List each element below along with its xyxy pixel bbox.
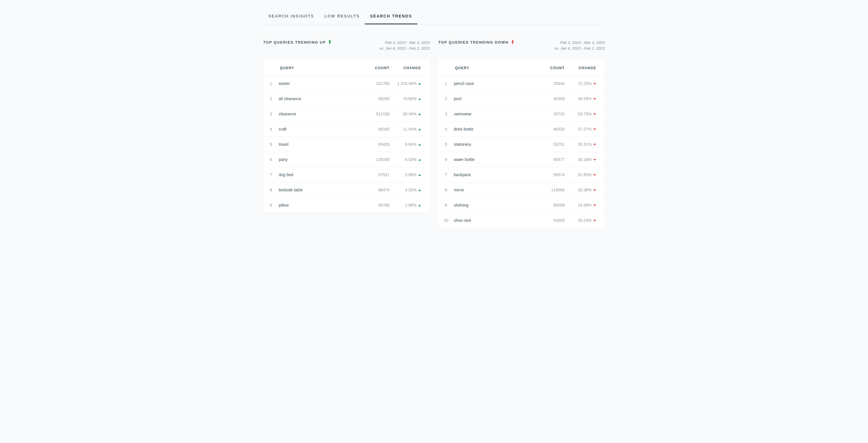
tab-low-results[interactable]: LOW RESULTS xyxy=(319,14,365,24)
table-row[interactable]: 2pool3530358.59% xyxy=(438,91,605,106)
row-change: 30.34% xyxy=(390,106,430,121)
tab-search-trends[interactable]: SEARCH TRENDS xyxy=(365,14,417,24)
row-query: party xyxy=(279,152,361,167)
row-change: 53.73% xyxy=(565,106,605,121)
row-query: backpack xyxy=(454,167,536,182)
row-index: 9 xyxy=(263,197,279,213)
row-query: shoe rack xyxy=(454,213,536,228)
table-row[interactable]: 3clearance51215630.34% xyxy=(263,106,430,121)
row-change: 11.40% xyxy=(390,121,430,136)
trending-down-card: QUERY COUNT CHANGE 1pencil case2934472.2… xyxy=(438,59,605,228)
row-count: 222785 xyxy=(361,76,390,91)
row-query: clearance xyxy=(279,106,361,121)
row-count: 65008 xyxy=(536,197,565,213)
caret-down-icon xyxy=(593,144,596,146)
table-row[interactable]: 4drink bottle4632037.27% xyxy=(438,121,605,136)
table-row[interactable]: 9shelving6500824.39% xyxy=(438,197,605,213)
table-row[interactable]: 6party1281906.50% xyxy=(263,152,430,167)
table-row[interactable]: 2all clearance5626370.80% xyxy=(263,91,430,106)
row-change: 1,216.46% xyxy=(390,76,430,91)
row-change: 24.39% xyxy=(565,197,605,213)
col-change: CHANGE xyxy=(390,59,430,76)
trending-down-panel: TOP QUERIES TRENDING DOWN Feb 3, 2023 - … xyxy=(438,40,605,228)
caret-up-icon xyxy=(418,159,421,161)
row-change: 70.80% xyxy=(390,91,430,106)
table-row[interactable]: 1pencil case2934472.25% xyxy=(438,76,605,91)
table-row[interactable]: 1easter2227851,216.46% xyxy=(263,76,430,91)
table-row[interactable]: 8mirror11858926.38% xyxy=(438,182,605,197)
trending-up-panel: TOP QUERIES TRENDING UP Feb 3, 2023 - Ma… xyxy=(263,40,430,228)
caret-down-icon xyxy=(593,113,596,115)
row-count: 128190 xyxy=(361,152,390,167)
date-range-line2: vs. Jan 4, 2023 - Feb 2, 2023 xyxy=(379,45,430,51)
row-count: 53751 xyxy=(536,136,565,152)
table-row[interactable]: 8bedside table884744.30% xyxy=(263,182,430,197)
trending-up-title-text: TOP QUERIES TRENDING UP xyxy=(263,40,326,44)
row-change: 72.25% xyxy=(565,76,605,91)
caret-up-icon xyxy=(418,83,421,85)
row-count: 46320 xyxy=(536,121,565,136)
row-change: 9.64% xyxy=(390,136,430,152)
row-change: 26.38% xyxy=(565,182,605,197)
tab-search-insights[interactable]: SEARCH INSIGHTS xyxy=(263,14,319,24)
row-change: 4.30% xyxy=(390,182,430,197)
row-query: easter xyxy=(279,76,361,91)
row-index: 8 xyxy=(263,182,279,197)
caret-down-icon xyxy=(593,220,596,222)
date-range-line1: Feb 3, 2023 - Mar 4, 2023 xyxy=(554,40,605,45)
caret-up-icon xyxy=(418,129,421,130)
row-index: 1 xyxy=(438,76,454,91)
row-count: 35303 xyxy=(536,91,565,106)
row-count: 118589 xyxy=(536,182,565,197)
table-row[interactable]: 3swimwear2673253.73% xyxy=(438,106,605,121)
row-count: 56766 xyxy=(361,197,390,213)
row-change: 35.18% xyxy=(565,152,605,167)
row-index: 7 xyxy=(263,167,279,182)
row-index: 3 xyxy=(438,106,454,121)
caret-down-icon xyxy=(593,189,596,191)
caret-up-icon xyxy=(418,144,421,146)
row-index: 6 xyxy=(263,152,279,167)
table-row[interactable]: 6water bottle4567735.18% xyxy=(438,152,605,167)
row-query: pool xyxy=(454,91,536,106)
row-change: 31.65% xyxy=(565,167,605,182)
row-query: drink bottle xyxy=(454,121,536,136)
row-index: 1 xyxy=(263,76,279,91)
row-index: 8 xyxy=(438,182,454,197)
row-index: 5 xyxy=(438,136,454,152)
table-row[interactable]: 7backpack5837431.65% xyxy=(438,167,605,182)
row-index: 2 xyxy=(438,91,454,106)
row-count: 56263 xyxy=(361,91,390,106)
trending-down-title-text: TOP QUERIES TRENDING DOWN xyxy=(438,40,508,44)
caret-down-icon xyxy=(593,174,596,176)
table-row[interactable]: 7dog bed575215.08% xyxy=(263,167,430,182)
row-count: 512156 xyxy=(361,106,390,121)
caret-up-icon xyxy=(418,189,421,191)
table-row[interactable]: 5stationery5375135.31% xyxy=(438,136,605,152)
row-query: mirror xyxy=(454,182,536,197)
trending-down-title: TOP QUERIES TRENDING DOWN xyxy=(438,40,515,45)
caret-up-icon xyxy=(418,98,421,100)
table-row[interactable]: 4craft6816211.40% xyxy=(263,121,430,136)
col-count: COUNT xyxy=(536,59,565,76)
row-index: 9 xyxy=(438,197,454,213)
row-count: 88474 xyxy=(361,182,390,197)
row-change: 37.27% xyxy=(565,121,605,136)
row-change: 58.59% xyxy=(565,91,605,106)
table-row[interactable]: 5travel634269.64% xyxy=(263,136,430,152)
arrow-down-icon xyxy=(511,40,515,45)
trending-up-card: QUERY COUNT CHANGE 1easter2227851,216.46… xyxy=(263,59,430,213)
row-change: 1.96% xyxy=(390,197,430,213)
row-change: 5.08% xyxy=(390,167,430,182)
tabs: SEARCH INSIGHTS LOW RESULTS SEARCH TREND… xyxy=(263,14,605,24)
row-count: 26732 xyxy=(536,106,565,121)
row-index: 2 xyxy=(263,91,279,106)
row-index: 6 xyxy=(438,152,454,167)
row-count: 29344 xyxy=(536,76,565,91)
table-row[interactable]: 10shoe rack5455320.23% xyxy=(438,213,605,228)
table-row[interactable]: 9pillow567661.96% xyxy=(263,197,430,213)
row-query: pencil case xyxy=(454,76,536,91)
arrow-up-icon xyxy=(328,40,332,45)
row-index: 7 xyxy=(438,167,454,182)
row-query: dog bed xyxy=(279,167,361,182)
